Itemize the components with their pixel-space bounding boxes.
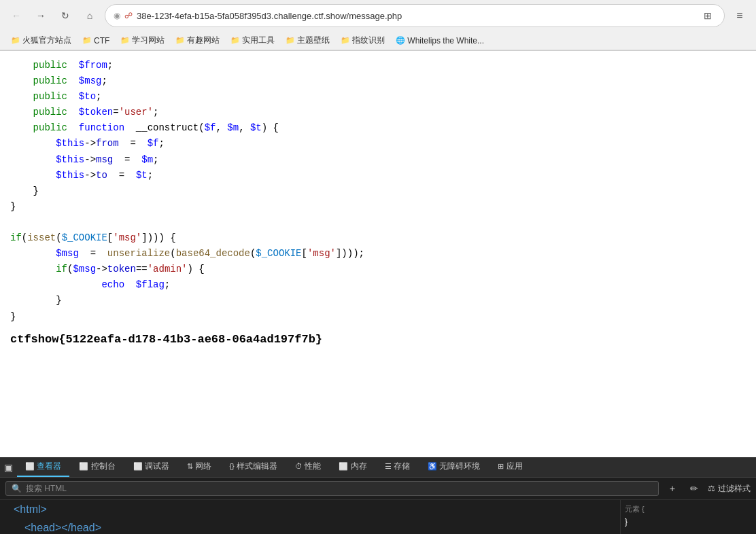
code-prop-from: from <box>96 138 119 149</box>
code-cookie-var2: $_COOKIE <box>256 248 301 259</box>
url-prefix: 38e-123f-4efa-b15a-5fa058f395d3.challeng… <box>137 11 402 21</box>
devtools-toggle-icon[interactable]: ▣ <box>4 462 13 473</box>
tab-app[interactable]: ⊞ 应用 <box>489 457 530 477</box>
code-close-if-inner: } <box>10 295 62 306</box>
styles-close-brace: } <box>625 517 752 527</box>
bookmark-huohu[interactable]: 📁 火狐官方站点 <box>7 33 75 48</box>
code-msg-var: $msg <box>56 248 79 259</box>
search-input[interactable] <box>26 484 653 493</box>
code-construct: __construct( <box>136 122 205 133</box>
menu-button[interactable]: ≡ <box>730 6 749 25</box>
html-tag: <html> <box>14 500 47 518</box>
nav-bar: ← → ↻ ⌂ ◉ ☍ 38e-123f-4efa-b15a-5fa058f39… <box>0 0 756 31</box>
code-echo: echo <box>101 279 124 290</box>
inspector-icon: ⬜ <box>25 462 35 470</box>
code-this-to: $this <box>56 170 84 181</box>
tab-memory[interactable]: ⬜ 内存 <box>330 457 375 477</box>
code-public-function: public <box>10 122 67 133</box>
code-msg-token: $msg <box>73 264 96 274</box>
code-if-isset: if <box>10 232 22 243</box>
tab-style-editor[interactable]: {} 样式编辑器 <box>221 457 286 477</box>
code-prop-msg: msg <box>96 154 113 165</box>
qr-icon[interactable]: ⊞ <box>700 7 716 24</box>
tab-accessibility[interactable]: ♿ 无障碍环境 <box>419 457 488 477</box>
code-prop-to: to <box>96 170 107 181</box>
code-cookie-var: $_COOKIE <box>62 232 107 243</box>
bookmark-label: 火狐官方站点 <box>22 35 71 46</box>
address-bar[interactable]: ◉ ☍ 38e-123f-4efa-b15a-5fa058f395d3.chal… <box>105 4 725 27</box>
main-content: public $from; public $msg; public $to; p… <box>0 51 756 457</box>
back-button[interactable]: ← <box>7 6 26 25</box>
memory-icon: ⬜ <box>339 462 348 470</box>
style-icon: {} <box>229 462 234 470</box>
tab-style-label: 样式编辑器 <box>237 461 277 471</box>
code-fn-base64decode: base64_decode <box>176 248 250 259</box>
tab-console[interactable]: ⬜ 控制台 <box>71 457 123 477</box>
bookmark-ctf[interactable]: 📁 CTF <box>78 35 114 47</box>
perf-icon: ⏱ <box>295 462 303 470</box>
folder-icon: 📁 <box>82 36 92 45</box>
console-icon: ⬜ <box>79 462 88 470</box>
html-tag: <head></head> <box>24 518 101 534</box>
bookmark-whitelips[interactable]: 🌐 Whitelips the White... <box>392 35 488 47</box>
tab-app-label: 应用 <box>506 461 523 471</box>
tab-debugger[interactable]: ⬜ 调试器 <box>125 457 177 477</box>
pick-element-button[interactable]: ✏ <box>686 480 702 497</box>
tab-debugger-label: 调试器 <box>145 461 169 471</box>
tab-inspector[interactable]: ⬜ 查看器 <box>17 457 69 477</box>
elements-styles-panel: 元素 { } <box>620 500 756 534</box>
url-text: 38e-123f-4efa-b15a-5fa058f395d3.challeng… <box>137 11 695 21</box>
bookmark-label: CTF <box>94 36 109 46</box>
tree-html[interactable]: <html> <box>0 500 620 518</box>
tab-storage[interactable]: ☰ 存储 <box>377 457 418 477</box>
code-flag-var: $flag <box>136 279 165 290</box>
code-val-m: $m <box>141 154 153 165</box>
code-close-class: } <box>10 201 16 212</box>
flag-output: ctfshow{5122eafa-d178-41b3-ae68-06a4ad19… <box>10 325 746 349</box>
home-button[interactable]: ⌂ <box>80 6 99 25</box>
bookmark-label: 指纹识别 <box>352 35 385 46</box>
html-tree: <html> <head></head> ▼ <body> 滚动 ▶ <code… <box>0 500 620 534</box>
bookmark-label: Whitelips the White... <box>407 36 484 46</box>
folder-icon: 📁 <box>175 36 185 45</box>
forward-button[interactable]: → <box>31 6 50 25</box>
add-node-button[interactable]: + <box>664 480 681 497</box>
debugger-icon: ⬜ <box>133 462 143 470</box>
tab-console-label: 控制台 <box>91 461 116 471</box>
code-val-f: $f <box>148 138 159 149</box>
app-icon: ⊞ <box>498 462 504 470</box>
bookmark-study[interactable]: 📁 学习网站 <box>116 33 169 48</box>
code-str-msg-key2: 'msg' <box>307 248 336 259</box>
devtools-tabs: ▣ ⬜ 查看器 ⬜ 控制台 ⬜ 调试器 ⇅ 网络 {} 样式编辑器 ⏱ 性能 ⬜… <box>0 457 756 478</box>
html-search-box[interactable]: 🔍 <box>5 481 659 496</box>
code-fn-unserialize: unserialize <box>107 248 170 259</box>
bookmark-wallpaper[interactable]: 📁 主题壁纸 <box>281 33 334 48</box>
code-public-token: public <box>10 107 67 118</box>
tab-storage-label: 存储 <box>394 461 410 471</box>
bookmark-fingerprint[interactable]: 📁 指纹识别 <box>337 33 389 48</box>
tree-head[interactable]: <head></head> <box>0 518 620 534</box>
bookmark-fun[interactable]: 📁 有趣网站 <box>171 33 224 48</box>
tab-performance[interactable]: ⏱ 性能 <box>287 457 329 477</box>
filter-styles-button[interactable]: ⚖ 过滤样式 <box>708 483 751 495</box>
lock-icon: ☍ <box>124 11 133 20</box>
styles-header: 元素 { <box>625 504 752 514</box>
reload-button[interactable]: ↻ <box>56 6 75 25</box>
code-val-t: $t <box>136 170 148 181</box>
shield-icon: ◉ <box>114 11 120 20</box>
folder-icon: 📁 <box>11 36 20 45</box>
code-param-t: $t <box>250 122 262 133</box>
code-close-if-outer: } <box>10 311 16 322</box>
storage-icon: ☰ <box>385 462 392 470</box>
tab-network[interactable]: ⇅ 网络 <box>179 457 220 477</box>
folder-icon: 📁 <box>341 36 350 45</box>
folder-icon: 📁 <box>286 36 295 45</box>
bookmark-label: 主题壁纸 <box>297 35 330 46</box>
bookmark-tools[interactable]: 📁 实用工具 <box>226 33 279 48</box>
code-var-to: $to <box>79 91 96 102</box>
bookmark-label: 学习网站 <box>132 35 165 46</box>
tab-inspector-label: 查看器 <box>37 461 61 471</box>
folder-icon: 📁 <box>120 36 130 45</box>
a11y-icon: ♿ <box>428 462 437 470</box>
browser-chrome: ← → ↻ ⌂ ◉ ☍ 38e-123f-4efa-b15a-5fa058f39… <box>0 0 756 51</box>
